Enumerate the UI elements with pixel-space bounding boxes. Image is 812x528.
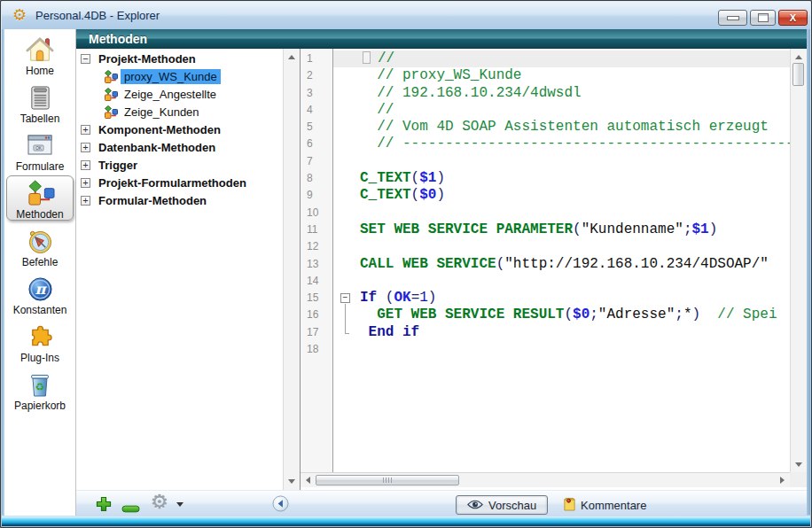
collapse-arrow-icon <box>272 495 289 512</box>
close-button[interactable]: X <box>778 10 808 26</box>
sidebar-item-tabellen[interactable]: Tabellen <box>6 80 74 125</box>
tree-node-komponent-methoden[interactable]: +Komponent-Methoden <box>76 121 283 139</box>
code-token: $0 <box>419 187 436 203</box>
sidebar-item-label: Konstanten <box>7 304 73 316</box>
constants-icon: π <box>7 272 73 304</box>
tree-leaf-proxy-ws-kunde[interactable]: proxy_WS_Kunde <box>76 68 283 86</box>
code-line-16: GET WEB SERVICE RESULT($0;"Adresse";*) /… <box>333 307 790 323</box>
expand-box-icon[interactable]: + <box>81 143 90 152</box>
kommentare-button[interactable]: Kommentare <box>563 496 646 514</box>
sidebar-item-methoden[interactable]: Methoden <box>6 175 74 221</box>
line-number: 1 <box>301 50 332 67</box>
close-icon: X <box>790 13 796 23</box>
line-number: 17 <box>301 324 332 341</box>
line-number: 6 <box>301 136 332 152</box>
maximize-button[interactable] <box>750 10 776 26</box>
method-name-label[interactable]: Zeige_Kunden <box>121 105 203 120</box>
sidebar-item-label: Plug-Ins <box>7 352 73 364</box>
expand-box-icon[interactable]: + <box>81 178 90 188</box>
code-token: OK <box>394 290 410 306</box>
line-number: 18 <box>301 341 332 358</box>
sidebar-item-home[interactable]: Home <box>6 32 74 77</box>
code-token: If <box>360 290 386 306</box>
code-line-12 <box>333 238 790 255</box>
line-number: 10 <box>301 205 332 221</box>
tree-node-label[interactable]: Projekt-Methoden <box>98 52 196 66</box>
tree-scrollbar[interactable] <box>283 49 300 490</box>
vertical-scroll-thumb[interactable] <box>792 63 804 86</box>
scroll-up-arrow-icon[interactable] <box>795 55 802 59</box>
vorschau-button[interactable]: Vorschau <box>456 495 548 515</box>
tree-leaf-zeige-kunden[interactable]: Zeige_Kunden <box>76 104 283 121</box>
code-token <box>360 307 377 322</box>
method-tree[interactable]: −Projekt-Methodenproxy_WS_KundeZeige_Ang… <box>76 49 283 490</box>
method-icon <box>104 105 118 120</box>
sidebar-item-befehle[interactable]: Befehle <box>6 223 74 268</box>
code-horizontal-scrollbar[interactable] <box>301 472 790 487</box>
scroll-up-arrow-icon[interactable] <box>288 55 295 59</box>
code-token: // <box>360 102 394 118</box>
horizontal-scroll-thumb[interactable] <box>316 475 459 485</box>
kommentare-label: Kommentare <box>581 499 646 512</box>
code-token: GET WEB SERVICE RESULT <box>377 307 564 322</box>
collapse-panel-button[interactable] <box>272 495 289 516</box>
tree-node-label[interactable]: Projekt-Formularmethoden <box>98 176 246 190</box>
minimize-button[interactable] <box>718 10 747 26</box>
options-gear-button[interactable]: ⚙ <box>151 493 168 512</box>
tree-node-formular-methoden[interactable]: +Formular-Methoden <box>76 192 283 210</box>
tree-node-label[interactable]: Datenbank-Methoden <box>98 141 215 154</box>
tree-node-label[interactable]: Trigger <box>98 159 137 172</box>
collapse-box-icon[interactable]: − <box>81 54 90 64</box>
method-name-label[interactable]: proxy_WS_Kunde <box>121 69 221 84</box>
fold-collapse-icon[interactable]: − <box>340 293 350 303</box>
scroll-left-arrow-icon[interactable] <box>306 477 310 484</box>
line-number: 5 <box>301 119 332 136</box>
code-token: "Adresse" <box>598 307 675 322</box>
code-editor[interactable]: // // proxy_WS_Kunde // 192.168.10.234/4… <box>333 49 790 472</box>
svg-text:♻: ♻ <box>35 381 45 393</box>
line-number: 7 <box>301 153 332 170</box>
scroll-right-arrow-icon[interactable] <box>780 477 785 484</box>
tree-node-label[interactable]: Komponent-Methoden <box>98 123 221 136</box>
code-line-11: SET WEB SERVICE PARAMETER("Kundenname";$… <box>333 221 790 238</box>
code-line-17: End if <box>333 324 790 341</box>
expand-box-icon[interactable]: + <box>81 125 90 135</box>
sidebar-item-plug-ins[interactable]: Plug-Ins <box>6 319 74 364</box>
tree-node-datenbank-methoden[interactable]: +Datenbank-Methoden <box>76 139 283 157</box>
dropdown-arrow-icon[interactable] <box>176 502 183 507</box>
tree-node-projekt-formularmethoden[interactable]: +Projekt-Formularmethoden <box>76 175 283 192</box>
code-token: // -------------------------------------… <box>360 136 790 151</box>
code-token: ( <box>411 170 420 186</box>
expand-box-icon[interactable]: + <box>81 196 90 206</box>
code-line-10 <box>333 205 790 221</box>
line-number: 4 <box>301 102 332 119</box>
sidebar-item-formulare[interactable]: OKFormulare <box>6 128 74 173</box>
sidebar-item-papierkorb[interactable]: ♻Papierkorb <box>6 367 74 412</box>
add-method-button[interactable] <box>96 496 112 516</box>
sidebar-item-label: Methoden <box>7 208 73 221</box>
method-name-label[interactable]: Zeige_Angestellte <box>121 87 220 102</box>
delete-method-button[interactable] <box>121 501 140 516</box>
titlebar[interactable]: ⚙ Personal.4DB - Explorer X <box>2 2 810 30</box>
scroll-down-arrow-icon[interactable] <box>288 479 295 484</box>
code-token: 1 <box>419 290 428 306</box>
code-vertical-scrollbar[interactable] <box>790 49 807 472</box>
code-line-5: // Vom 4D SOAP Assistenten automatisch e… <box>333 119 790 136</box>
code-token: ( <box>411 187 420 203</box>
tree-leaf-zeige-angestellte[interactable]: Zeige_Angestellte <box>76 86 283 104</box>
sidebar-item-konstanten[interactable]: πKonstanten <box>6 271 74 316</box>
tree-node-trigger[interactable]: +Trigger <box>76 157 283 175</box>
svg-text:OK: OK <box>35 145 43 151</box>
code-line-14 <box>333 273 790 290</box>
code-token: "http://192.168.10.234/4DSOAP/" <box>504 256 769 272</box>
line-number: 9 <box>301 187 332 204</box>
method-icon <box>104 88 118 102</box>
expand-box-icon[interactable]: + <box>81 160 90 170</box>
svg-text:π: π <box>35 281 47 298</box>
tree-node-label[interactable]: Formular-Methoden <box>98 194 207 207</box>
scroll-down-arrow-icon[interactable] <box>795 462 802 467</box>
eye-icon <box>467 499 483 512</box>
code-token: ) <box>436 187 445 203</box>
tree-node-projekt-methoden[interactable]: −Projekt-Methoden <box>76 50 283 68</box>
section-header: Methoden <box>76 29 807 49</box>
